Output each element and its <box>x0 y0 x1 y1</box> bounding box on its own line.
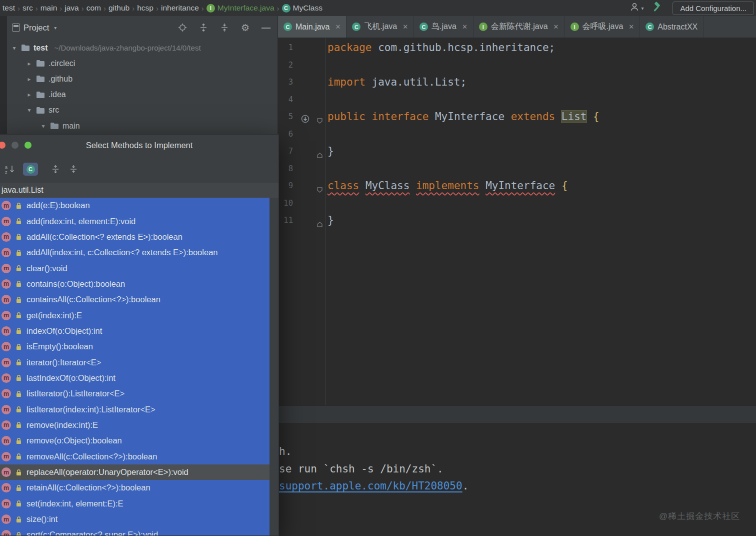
tab-飞机.java[interactable]: C飞机.java✕ <box>346 16 414 38</box>
method-item[interactable]: mcontainsAll(c:Collection<?>):boolean <box>0 292 270 307</box>
breadcrumb-item[interactable]: hcsp <box>137 4 154 13</box>
tab-Main.java[interactable]: CMain.java✕ <box>278 16 346 38</box>
project-view-selector[interactable]: Project ▾ <box>12 23 56 33</box>
fold-marker-icon[interactable] <box>316 217 323 234</box>
lock-icon <box>16 531 22 535</box>
interface-icon: I <box>570 23 579 31</box>
build-hammer-icon[interactable] <box>652 2 664 15</box>
method-item[interactable]: mget(index:int):E <box>0 307 270 323</box>
method-icon: m <box>2 436 11 445</box>
settings-gear-icon[interactable]: ⚙ <box>241 23 250 33</box>
collapse-all-icon[interactable] <box>220 23 229 32</box>
close-icon[interactable]: ✕ <box>402 23 408 31</box>
breadcrumb-item[interactable]: main <box>40 4 58 13</box>
method-item[interactable]: maddAll(index:int, c:Collection<? extend… <box>0 245 270 260</box>
code-token <box>410 180 416 192</box>
breadcrumb-separator-icon: › <box>156 4 158 13</box>
locate-file-icon[interactable] <box>178 23 187 32</box>
code-editor[interactable]: 1package com.github.hcsp.inheritance;23i… <box>278 38 756 405</box>
breadcrumb-item[interactable]: test <box>2 4 15 13</box>
lock-icon <box>16 469 22 476</box>
chevron-right-icon[interactable]: ▸ <box>26 91 32 98</box>
breadcrumb-separator-icon: › <box>36 4 38 13</box>
terminal-line: support.apple.com/kb/HT208050. <box>278 477 756 495</box>
code-token: { <box>593 111 600 123</box>
chevron-down-icon[interactable]: ▾ <box>40 123 46 130</box>
folder-icon <box>36 107 45 114</box>
method-item[interactable]: mlastIndexOf(o:Object):int <box>0 370 270 386</box>
dialog-title: Select Methods to Implement <box>0 141 278 150</box>
method-item[interactable]: misEmpty():boolean <box>0 339 270 354</box>
method-item[interactable]: mindexOf(o:Object):int <box>0 323 270 339</box>
method-item[interactable]: madd(e:E):boolean <box>0 198 270 213</box>
method-item[interactable]: mlistIterator(index:int):ListIterator<E> <box>0 401 270 417</box>
tree-item-github[interactable]: ▸.github <box>7 71 278 87</box>
dialog-title-bar[interactable]: Select Methods to Implement <box>0 135 278 156</box>
user-menu-button[interactable]: ▾ <box>630 2 644 14</box>
tab-AbstractXX[interactable]: CAbstractXX <box>640 16 704 38</box>
tab-label: Main.java <box>296 23 330 32</box>
method-item[interactable]: madd(index:int, element:E):void <box>0 213 270 229</box>
breadcrumb-item[interactable]: com <box>86 4 101 13</box>
method-item[interactable]: mreplaceAll(operator:UnaryOperator<E>):v… <box>0 464 270 480</box>
tree-item-circleci[interactable]: ▸.circleci <box>7 56 278 71</box>
show-classes-toggle-button[interactable]: C <box>23 163 38 176</box>
method-item[interactable]: mremove(index:int):E <box>0 417 270 433</box>
method-item[interactable]: mretainAll(c:Collection<?>):boolean <box>0 480 270 495</box>
close-icon[interactable]: ✕ <box>462 23 468 31</box>
lock-icon <box>16 453 22 460</box>
terminal-line: h. <box>278 443 756 460</box>
tree-item-test[interactable]: ▾test~/Downloads/java-zhangbo-project/14… <box>7 40 278 56</box>
sort-alphabetically-icon[interactable]: az <box>4 164 16 174</box>
breadcrumb-item[interactable]: src <box>22 4 33 13</box>
add-configuration-button[interactable]: Add Configuration... <box>672 2 754 15</box>
hide-panel-icon[interactable]: — <box>262 23 270 32</box>
method-item[interactable]: msort(c:Comparator<? super E>):void <box>0 527 270 535</box>
breadcrumb-item[interactable]: inheritance <box>161 4 199 13</box>
breadcrumb-item[interactable]: github <box>108 4 130 13</box>
breadcrumb-label: MyInterface.java <box>218 4 274 13</box>
close-icon[interactable]: ✕ <box>335 23 340 31</box>
method-item[interactable]: miterator():Iterator<E> <box>0 354 270 370</box>
breadcrumb-item[interactable]: java <box>64 4 78 13</box>
method-icon: m <box>2 483 11 492</box>
method-label: contains(o:Object):boolean <box>26 279 125 289</box>
close-icon[interactable]: ✕ <box>554 23 559 31</box>
chevron-down-icon[interactable]: ▾ <box>11 45 18 52</box>
code-token: java.util.List; <box>366 76 466 88</box>
tree-item-label: .circleci <box>48 59 75 68</box>
tab-会呼吸.java[interactable]: I会呼吸.java✕ <box>565 16 640 38</box>
method-item[interactable]: mset(index:int, element:E):E <box>0 496 270 511</box>
method-label: sort(c:Comparator<? super E>):void <box>26 530 158 535</box>
method-item[interactable]: maddAll(c:Collection<? extends E>):boole… <box>0 229 270 245</box>
tree-item-main[interactable]: ▾main <box>7 118 278 134</box>
method-icon: m <box>2 420 11 430</box>
chevron-right-icon[interactable]: ▸ <box>26 60 32 67</box>
scrollbar-track[interactable] <box>270 198 278 535</box>
breadcrumb-item[interactable]: CMyClass <box>282 4 322 13</box>
tree-item-src[interactable]: ▾src <box>7 103 278 118</box>
code-token: MyClass <box>366 180 410 192</box>
collapse-all-icon[interactable] <box>69 165 78 174</box>
method-item[interactable]: mremove(o:Object):boolean <box>0 433 270 448</box>
breadcrumb-item[interactable]: IMyInterface.java <box>206 4 274 13</box>
expand-all-icon[interactable] <box>51 165 60 174</box>
project-tree: ▾test~/Downloads/java-zhangbo-project/14… <box>7 40 278 134</box>
tab-鸟.java[interactable]: C鸟.java✕ <box>414 16 474 38</box>
close-icon[interactable]: ✕ <box>628 23 634 31</box>
expand-all-icon[interactable] <box>199 23 208 32</box>
tab-会新陈代谢.java[interactable]: I会新陈代谢.java✕ <box>474 16 565 38</box>
terminal-link[interactable]: support.apple.com/kb/HT208050 <box>279 480 462 492</box>
method-label: get(index:int):E <box>26 311 82 320</box>
code-token: MyInterface <box>486 180 555 192</box>
method-item[interactable]: msize():int <box>0 511 270 527</box>
method-label: remove(o:Object):boolean <box>26 436 122 445</box>
method-item[interactable]: mlistIterator():ListIterator<E> <box>0 386 270 401</box>
method-item[interactable]: mclear():void <box>0 260 270 276</box>
chevron-down-icon[interactable]: ▾ <box>26 107 32 114</box>
method-item[interactable]: mremoveAll(c:Collection<?>):boolean <box>0 449 270 464</box>
chevron-right-icon[interactable]: ▸ <box>26 76 32 83</box>
tree-item-idea[interactable]: ▸.idea <box>7 87 278 103</box>
tab-label: AbstractXX <box>658 23 698 32</box>
method-item[interactable]: mcontains(o:Object):boolean <box>0 276 270 292</box>
